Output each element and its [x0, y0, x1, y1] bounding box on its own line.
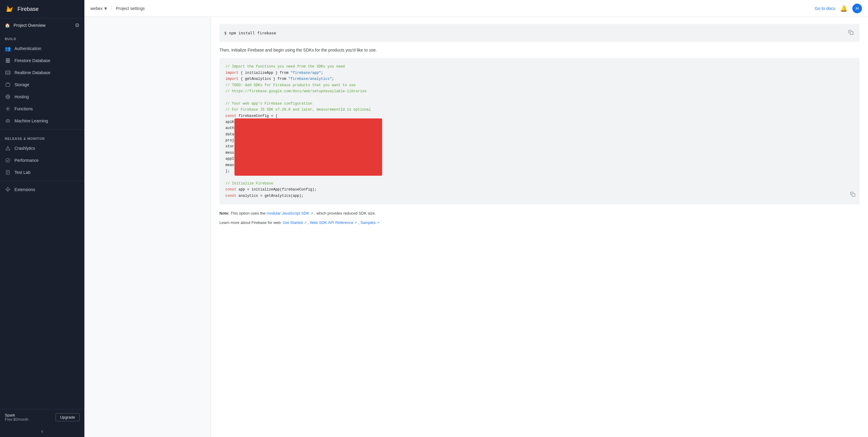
settings-icon[interactable]: ⚙ [75, 22, 80, 29]
code-line-9: const firebaseConfig = { [225, 113, 854, 119]
note-bold-label: Note: [219, 211, 229, 216]
svg-rect-3 [6, 71, 10, 74]
sidebar-item-hosting-label: Hosting [14, 94, 29, 99]
hosting-icon [5, 94, 11, 100]
code-comment-6: // Initialize Firebase [225, 181, 273, 186]
topbar: webex ▾ / Project settings Go to docs 🔔 … [84, 0, 868, 17]
svg-rect-6 [6, 84, 10, 87]
modular-sdk-link-label: modular JavaScript SDK [267, 211, 310, 216]
code-comment-3: // https://firebase.google.com/docs/web/… [225, 89, 367, 93]
topbar-right: Go to docs 🔔 H [815, 4, 862, 13]
code-import-1: import [225, 71, 239, 75]
comma-2: , [358, 220, 361, 225]
topbar-chevron-icon: ▾ [104, 5, 107, 12]
storage-icon [5, 82, 11, 88]
firebase-logo [5, 4, 14, 14]
get-started-link[interactable]: Get Started ↗ [283, 220, 308, 225]
code-line-7: // Your web app's Firebase configuration [225, 101, 854, 107]
code-const-1: const [225, 114, 236, 118]
go-to-docs-link[interactable]: Go to docs [815, 6, 835, 11]
get-started-label: Get Started [283, 220, 303, 225]
sidebar-item-storage[interactable]: Storage [0, 79, 84, 91]
code-line-8: // For Firebase JS SDK v7.20.0 and later… [225, 107, 854, 113]
realtime-database-icon [5, 70, 11, 76]
copy-install-cmd-button[interactable] [847, 28, 855, 38]
sidebar-item-extensions[interactable]: Extensions [0, 184, 84, 196]
sidebar-item-functions-label: Functions [14, 106, 33, 111]
note-text-part2: , which provides reduced SDK size. [314, 211, 375, 216]
svg-point-17 [6, 158, 10, 162]
svg-point-22 [7, 189, 8, 190]
svg-point-14 [8, 121, 9, 121]
code-line-22: const analytics = getAnalytics(app); [225, 193, 854, 199]
svg-point-16 [7, 149, 8, 150]
web-sdk-api-reference-link[interactable]: Web SDK API Reference ↗ [310, 220, 358, 225]
plan-name: Spark [5, 413, 28, 417]
svg-rect-24 [852, 193, 855, 196]
collapse-icon: ‹ [41, 428, 43, 435]
sidebar-item-test-lab[interactable]: Test Lab [0, 166, 84, 179]
release-monitor-section-label: Release & Monitor [0, 132, 84, 142]
main-wrapper: webex ▾ / Project settings Go to docs 🔔 … [84, 0, 868, 437]
project-overview-row[interactable]: 🏠 Project Overview ⚙ [0, 19, 84, 32]
sidebar-item-crashlytics[interactable]: Crashlytics [0, 142, 84, 154]
code-line-1: // Import the functions you need from th… [225, 64, 854, 70]
topbar-project-name: webex [90, 6, 102, 11]
sidebar-item-firestore[interactable]: Firestore Database [0, 55, 84, 67]
sidebar-item-realtime-database[interactable]: Realtime Database [0, 67, 84, 79]
project-overview-label: Project Overview [13, 23, 45, 28]
machine-learning-icon [5, 118, 11, 124]
code-comment-2: // TODO: Add SDKs for Firebase products … [225, 83, 355, 87]
right-panel: $ npm install firebase Then, initialize … [211, 17, 868, 437]
svg-point-10 [7, 108, 9, 110]
sidebar-item-performance[interactable]: Performance [0, 154, 84, 166]
user-avatar[interactable]: H [852, 4, 862, 13]
sidebar-item-test-lab-label: Test Lab [14, 170, 30, 175]
topbar-project[interactable]: webex ▾ [90, 5, 107, 12]
firestore-icon [5, 58, 11, 64]
svg-rect-1 [6, 60, 10, 61]
copy-code-button[interactable] [849, 190, 857, 201]
notification-bell-icon[interactable]: 🔔 [840, 5, 847, 12]
code-comment-1: // Import the functions you need from th… [225, 64, 345, 69]
authentication-icon: 👥 [5, 45, 11, 52]
upgrade-button[interactable]: Upgrade [56, 413, 80, 421]
note-text-part1: This option uses the [230, 211, 267, 216]
test-lab-icon [5, 169, 11, 176]
svg-rect-2 [6, 62, 10, 63]
sidebar-item-performance-label: Performance [14, 158, 38, 163]
samples-link[interactable]: Samples ↗ [361, 220, 379, 225]
sidebar-item-machine-learning-label: Machine Learning [14, 119, 48, 123]
svg-rect-23 [850, 32, 853, 35]
code-line-21: const app = initializeApp(firebaseConfig… [225, 187, 854, 193]
learn-more-paragraph: Learn more about Firebase for web: Get S… [219, 220, 860, 226]
external-link-icon-3: ↗ [354, 221, 357, 224]
learn-more-label: Learn more about Firebase for web: [219, 220, 283, 225]
sidebar: Firebase 🏠 Project Overview ⚙ Build 👥 Au… [0, 0, 84, 437]
functions-icon [5, 106, 11, 112]
samples-label: Samples [361, 220, 376, 225]
install-command-block: $ npm install firebase [219, 24, 860, 42]
code-const-3: const [225, 194, 236, 198]
modular-sdk-link[interactable]: modular JavaScript SDK ↗ [267, 211, 314, 216]
sidebar-item-authentication[interactable]: 👥 Authentication [0, 42, 84, 55]
home-icon: 🏠 [5, 23, 10, 28]
left-panel [84, 17, 211, 437]
plan-sub: Free $0/month [5, 417, 28, 422]
external-link-icon-2: ↗ [304, 221, 307, 224]
code-line-3: import { getAnalytics } from "firebase/a… [225, 76, 854, 82]
topbar-separator: / [111, 5, 112, 11]
collapse-sidebar-button[interactable]: ‹ [0, 425, 84, 437]
sidebar-item-hosting[interactable]: Hosting [0, 91, 84, 103]
main-content: $ npm install firebase Then, initialize … [84, 17, 868, 437]
sidebar-item-storage-label: Storage [14, 82, 29, 87]
sidebar-item-firestore-label: Firestore Database [14, 58, 50, 63]
redacted-credentials-overlay [235, 119, 382, 176]
sidebar-item-machine-learning[interactable]: Machine Learning [0, 115, 84, 127]
code-line-4: // TODO: Add SDKs for Firebase products … [225, 82, 854, 88]
external-link-icon-1: ↗ [310, 212, 313, 215]
note-paragraph: Note: This option uses the modular JavaS… [219, 210, 860, 217]
sidebar-item-functions[interactable]: Functions [0, 103, 84, 115]
sidebar-divider-1 [0, 129, 84, 130]
description-text: Then, initialize Firebase and begin usin… [219, 47, 860, 53]
